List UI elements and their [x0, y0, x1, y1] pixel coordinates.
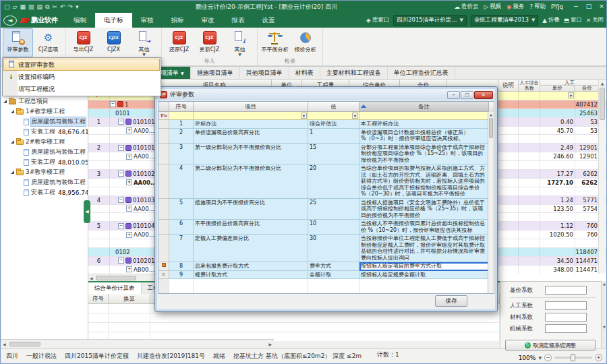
content-tab-5[interactable]: 主要材料和工程设备: [320, 67, 388, 79]
expand-icon[interactable]: +: [126, 206, 132, 212]
content-tab-4[interactable]: 材料表: [289, 67, 320, 79]
detail-grid-row[interactable]: [88, 323, 500, 332]
coeff-input[interactable]: [545, 301, 587, 310]
param-remark[interactable]: 本工程评标办法: [359, 120, 489, 129]
scroll-right-icon[interactable]: ▶: [266, 342, 274, 346]
expand-icon[interactable]: +: [126, 127, 132, 133]
dialog-minimize-button[interactable]: −: [447, 91, 460, 99]
param-item[interactable]: 措施项目为不平衡报价百分比: [194, 199, 308, 220]
menu-tab-3[interactable]: 招标: [163, 13, 193, 28]
collapse-icon[interactable]: −: [118, 257, 124, 264]
col-note[interactable]: 说明: [498, 80, 519, 91]
cjzx-blue-button[interactable]: CJZXCJZX: [98, 28, 129, 57]
save-button[interactable]: 保存: [435, 295, 467, 307]
doc-purple-button[interactable]: ➜其他▼: [129, 28, 159, 57]
save-icon[interactable]: ▦: [20, 3, 26, 10]
user-button[interactable]: PYJq: [551, 3, 563, 10]
param-row[interactable]: 4第二级分部划分为不平衡报价百分比20当综合单价项目的取费与投标人采取的施工方式…: [158, 164, 494, 199]
zoom-in-button[interactable]: +: [595, 354, 602, 361]
tree-expander-icon[interactable]: [11, 110, 14, 113]
tree-expander-icon[interactable]: [11, 140, 14, 144]
redo-icon[interactable]: ↷: [68, 3, 74, 10]
menu-item-fill-project-overview[interactable]: 填写工程概况: [3, 83, 160, 95]
print-icon[interactable]: ▤: [36, 3, 42, 10]
panel-scrollbar[interactable]: ▲▼: [601, 281, 607, 349]
param-value[interactable]: 15: [308, 144, 359, 165]
undo-icon[interactable]: ↶: [60, 3, 65, 10]
filter-dropdown-icon[interactable]: ▼: [301, 113, 307, 119]
coeff-input[interactable]: [545, 313, 587, 322]
tree-item[interactable]: 安装工程48,010.05: [1, 157, 88, 167]
param-remark[interactable]: 单价遗漏项目合计数超出投标总价（修正后） %（0~3）时：报价评审组应否决其投标…: [359, 129, 489, 144]
param-value[interactable]: 综合评估法: [308, 120, 359, 129]
menu-tab-4[interactable]: 审改: [193, 13, 223, 28]
tree-item[interactable]: 2#教学楼工程: [1, 137, 88, 147]
param-remark[interactable]: 按招标人给定项目的费率方式计取: [359, 262, 489, 271]
col-labor-price[interactable]: 单价: [540, 86, 575, 91]
param-item[interactable]: 不平衡报价总价最高百分比: [194, 220, 308, 235]
gear-button[interactable]: ⚙CJZ选项: [33, 28, 63, 57]
param-item[interactable]: 第一级分部划分为不平衡报价百分比: [194, 144, 308, 165]
zoom-slider-thumb[interactable]: [571, 354, 575, 361]
scroll-up-icon[interactable]: ▲: [599, 80, 606, 87]
param-value[interactable]: 10: [308, 220, 359, 235]
cjz-restore-button[interactable]: CJZ还原CJZ: [164, 28, 194, 57]
cut-icon[interactable]: ✂: [52, 3, 57, 10]
grid-vertical-scrollbar[interactable]: ▲: [598, 80, 606, 274]
tree-item[interactable]: 房屋建筑与装饰工程2,...: [1, 147, 88, 157]
save-as-icon[interactable]: ▥: [28, 3, 34, 10]
video-button[interactable]: ▷视频: [484, 3, 501, 11]
chevron-down-icon[interactable]: ▼: [538, 355, 542, 360]
param-row[interactable]: 5措施项目为不平衡报价百分比25当投标人措施项目（安全文明施工费除外）总价低于或…: [158, 199, 494, 220]
col-seq[interactable]: 序号: [88, 294, 109, 303]
param-value[interactable]: 1: [308, 129, 359, 144]
param-value[interactable]: 30: [308, 235, 359, 262]
param-row[interactable]: 1评标办法综合评估法本工程评标办法: [158, 120, 494, 129]
param-item[interactable]: 评标办法: [194, 120, 308, 129]
collapse-icon[interactable]: −: [118, 119, 124, 125]
collapse-icon[interactable]: −: [110, 101, 116, 107]
tree-item[interactable]: 房屋建筑与装饰工程2,...: [1, 117, 88, 127]
expand-icon[interactable]: +: [126, 232, 132, 238]
content-tab-3[interactable]: 其他项目清单: [240, 67, 289, 79]
param-item[interactable]: 总承包服务费计取方式: [194, 262, 308, 271]
param-row[interactable]: 3第一级分部划分为不平衡报价百分比15分部分项工程量清单项目综合单价低于或高于招…: [158, 144, 494, 165]
help-button[interactable]: ?帮助: [529, 3, 546, 11]
collapse-icon[interactable]: −: [118, 197, 124, 203]
param-row[interactable]: 7定额人工费偏差百分比30当投标报价中单位工程定额人工费低于或高于招标控制价相应…: [158, 235, 494, 262]
tree-expander-icon[interactable]: [11, 171, 14, 174]
close-button[interactable]: ×: [596, 2, 607, 11]
expand-icon[interactable]: +: [126, 266, 132, 272]
col-remark[interactable]: 备注: [359, 102, 489, 112]
detail-grid-row[interactable]: [88, 313, 500, 323]
dialog-close-button[interactable]: ✕: [474, 91, 493, 99]
open-file-icon[interactable]: ▱: [13, 3, 18, 10]
param-value[interactable]: 金额计取: [308, 271, 359, 280]
menu-tab-0[interactable]: 编制: [65, 13, 95, 28]
bottom-horizontal-scrollbar[interactable]: ◀▶: [1, 339, 274, 348]
param-remark[interactable]: 按招标人给定规费金额计取: [359, 271, 489, 280]
save-blue-button[interactable]: ↓其他▼: [225, 28, 255, 57]
tree-item[interactable]: 1#教学楼工程: [1, 107, 88, 117]
scrollbar-thumb[interactable]: [9, 342, 40, 346]
list-library-select[interactable]: 全统工程量清单2013▼: [471, 15, 539, 26]
zoom-level[interactable]: 100%: [519, 355, 536, 361]
tree-item[interactable]: 3#教学楼工程: [1, 167, 88, 177]
col-no[interactable]: 序号: [169, 102, 194, 112]
menu-tab-1[interactable]: 电子标: [95, 13, 132, 28]
param-value[interactable]: 20: [308, 164, 359, 199]
splitter-collapse-handle[interactable]: ◀: [84, 200, 90, 223]
scroll-left-icon[interactable]: ◀: [1, 342, 8, 346]
dialog-scrollbar[interactable]: ▲: [488, 112, 494, 293]
menu-tab-2[interactable]: 审核: [132, 13, 163, 28]
menu-item-set-bid-code[interactable]: ↓设置招标编码: [3, 71, 160, 83]
expand-icon[interactable]: +: [126, 154, 132, 160]
param-row[interactable]: 8总承包服务费计取方式费率方式按招标人给定项目的费率方式计取: [158, 262, 494, 271]
collapse-icon[interactable]: −: [118, 145, 124, 151]
scrollbar-thumb[interactable]: [489, 118, 493, 138]
lib-window-button[interactable]: ◈库窗口: [366, 16, 389, 24]
param-remark[interactable]: 当投标人措施项目（安全文明施工费除外）总价低于或高于招标控制价相应价格 %（25…: [359, 199, 489, 220]
param-row[interactable]: 6不平衡报价总价最高百分比10当投标人不平衡报价项目累计总价超出投标控制价总价 …: [158, 220, 494, 235]
col-value[interactable]: 值: [308, 102, 359, 112]
param-row[interactable]: 2单价遗漏项总价最高百分比1单价遗漏项目合计数超出投标总价（修正后） %（0~3…: [158, 129, 494, 144]
